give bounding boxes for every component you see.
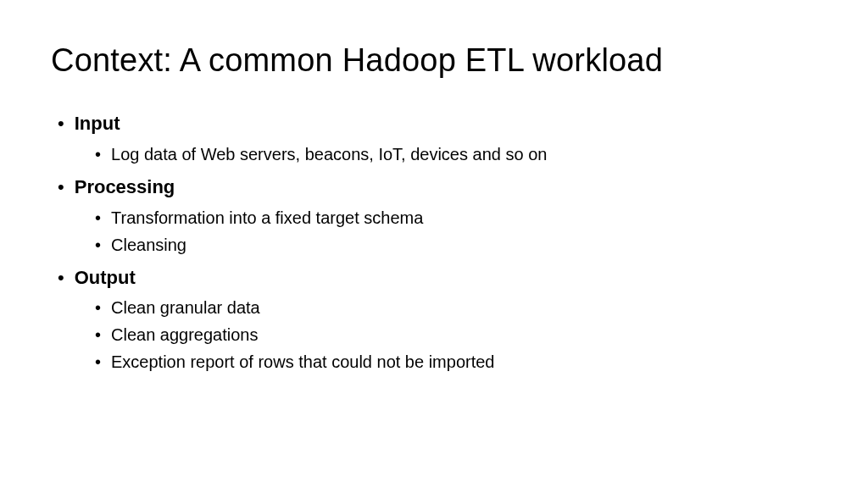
item-text: Transformation into a fixed target schem… xyxy=(111,206,423,230)
section-header: • Output xyxy=(58,265,817,291)
item-text: Clean granular data xyxy=(111,296,260,319)
bullet-icon: • xyxy=(58,265,64,291)
sub-list: • Transformation into a fixed target sch… xyxy=(58,206,817,257)
list-item: • Transformation into a fixed target sch… xyxy=(95,206,817,230)
section-processing: • Processing • Transformation into a fix… xyxy=(58,175,817,257)
section-label: Output xyxy=(75,265,136,291)
bullet-icon: • xyxy=(95,296,101,319)
slide-content: • Input • Log data of Web servers, beaco… xyxy=(51,111,817,374)
item-text: Exception report of rows that could not … xyxy=(111,350,494,374)
section-header: • Input xyxy=(58,111,817,137)
list-item: • Cleansing xyxy=(95,233,817,257)
list-item: • Exception report of rows that could no… xyxy=(95,350,817,374)
section-label: Input xyxy=(75,111,120,137)
bullet-icon: • xyxy=(95,350,101,374)
sub-list: • Log data of Web servers, beacons, IoT,… xyxy=(58,142,817,166)
item-text: Log data of Web servers, beacons, IoT, d… xyxy=(111,142,547,166)
item-text: Clean aggregations xyxy=(111,323,258,347)
bullet-icon: • xyxy=(58,175,64,201)
bullet-icon: • xyxy=(58,111,64,137)
section-header: • Processing xyxy=(58,175,817,201)
bullet-icon: • xyxy=(95,233,101,257)
sub-list: • Clean granular data • Clean aggregatio… xyxy=(58,296,817,374)
bullet-icon: • xyxy=(95,142,101,166)
list-item: • Clean granular data xyxy=(95,296,817,319)
item-text: Cleansing xyxy=(111,233,186,257)
list-item: • Log data of Web servers, beacons, IoT,… xyxy=(95,142,817,166)
slide-title: Context: A common Hadoop ETL workload xyxy=(51,42,817,79)
section-input: • Input • Log data of Web servers, beaco… xyxy=(58,111,817,166)
bullet-icon: • xyxy=(95,206,101,230)
section-label: Processing xyxy=(75,175,175,201)
list-item: • Clean aggregations xyxy=(95,323,817,347)
bullet-icon: • xyxy=(95,323,101,347)
section-output: • Output • Clean granular data • Clean a… xyxy=(58,265,817,374)
